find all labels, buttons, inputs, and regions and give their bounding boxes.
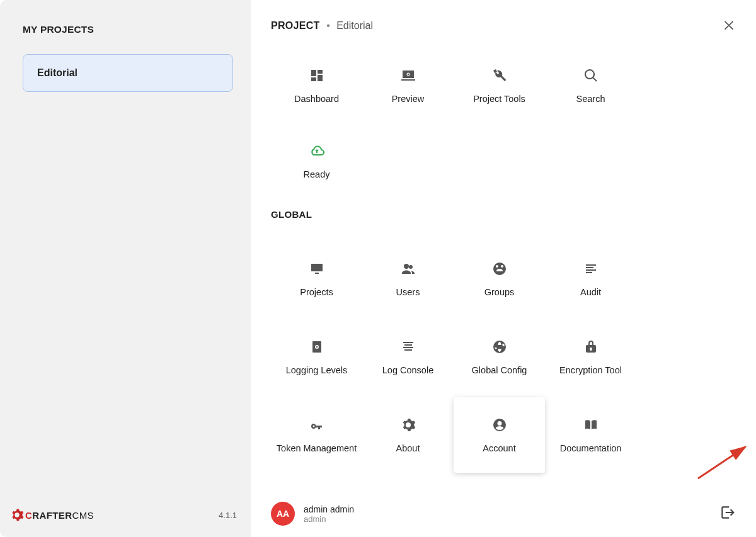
settings-file-icon xyxy=(308,338,326,356)
tools-icon xyxy=(491,67,508,84)
tile-label: Log Console xyxy=(382,365,433,376)
tile-label: Dashboard xyxy=(294,93,339,105)
tile-search[interactable]: Search xyxy=(545,48,636,123)
preview-icon xyxy=(399,67,417,84)
tile-token-management[interactable]: Token Management xyxy=(271,397,362,473)
main-panel: PROJECT • Editorial Dashboard Preview xyxy=(251,0,756,537)
sidebar-item-editorial[interactable]: Editorial xyxy=(23,54,233,92)
brand-logo: CRAFTERCMS xyxy=(10,508,94,522)
tile-label: Preview xyxy=(392,93,425,105)
tile-label: Search xyxy=(576,93,605,105)
tile-dashboard[interactable]: Dashboard xyxy=(271,48,362,123)
brand-text: CRAFTERCMS xyxy=(25,510,94,521)
dashboard-icon xyxy=(308,67,326,84)
tile-project-tools[interactable]: Project Tools xyxy=(454,48,545,123)
tile-log-console[interactable]: Log Console xyxy=(362,319,454,395)
tile-audit[interactable]: Audit xyxy=(545,241,636,317)
tile-account[interactable]: Account xyxy=(454,397,545,473)
tile-ready[interactable]: Ready xyxy=(271,123,362,199)
key-icon xyxy=(308,416,326,434)
tile-preview[interactable]: Preview xyxy=(362,48,454,123)
projects-icon xyxy=(308,260,326,278)
close-icon[interactable] xyxy=(722,18,736,34)
account-icon xyxy=(491,416,508,434)
log-icon xyxy=(399,338,417,356)
tile-label: Ready xyxy=(304,169,330,180)
cloud-upload-icon xyxy=(308,142,326,160)
tile-label: Groups xyxy=(484,286,515,298)
groups-icon xyxy=(491,260,508,278)
tile-label: Users xyxy=(396,286,420,298)
tile-label: Global Config xyxy=(472,365,527,376)
tile-label: Token Management xyxy=(277,443,357,454)
tile-about[interactable]: About xyxy=(362,397,454,473)
users-icon xyxy=(399,260,417,278)
lock-icon xyxy=(582,338,600,356)
user-username: admin xyxy=(304,514,354,524)
sidebar: MY PROJECTS Editorial CRAFTERCMS 4.1.1 xyxy=(0,0,251,537)
svg-point-4 xyxy=(316,346,318,348)
tile-logging-levels[interactable]: Logging Levels xyxy=(271,319,362,395)
tile-label: Documentation xyxy=(560,443,622,454)
search-icon xyxy=(582,67,600,84)
tile-label: Encryption Tool xyxy=(559,365,622,376)
logout-icon[interactable] xyxy=(719,504,736,523)
audit-icon xyxy=(582,260,600,278)
section-global: GLOBAL xyxy=(271,209,736,220)
book-icon xyxy=(582,416,600,434)
breadcrumb: PROJECT • Editorial xyxy=(271,20,736,31)
avatar[interactable]: AA xyxy=(271,502,295,526)
gear-icon xyxy=(10,508,24,522)
sidebar-title: MY PROJECTS xyxy=(0,24,251,54)
tile-label: Account xyxy=(483,443,515,454)
tile-label: Project Tools xyxy=(473,93,525,105)
tile-label: About xyxy=(396,443,420,454)
user-display-name: admin admin xyxy=(304,504,354,514)
tile-label: Projects xyxy=(300,286,333,298)
version-label: 4.1.1 xyxy=(219,511,237,520)
tile-label: Audit xyxy=(580,286,601,298)
gear-icon xyxy=(399,416,417,434)
tile-encryption[interactable]: Encryption Tool xyxy=(545,319,636,395)
tile-global-config[interactable]: Global Config xyxy=(454,319,545,395)
tile-users[interactable]: Users xyxy=(362,241,454,317)
tile-groups[interactable]: Groups xyxy=(454,241,545,317)
globe-icon xyxy=(491,338,508,356)
tile-documentation[interactable]: Documentation xyxy=(545,397,636,473)
tile-label: Logging Levels xyxy=(286,365,348,376)
tile-projects[interactable]: Projects xyxy=(271,241,362,317)
svg-point-1 xyxy=(407,74,409,76)
